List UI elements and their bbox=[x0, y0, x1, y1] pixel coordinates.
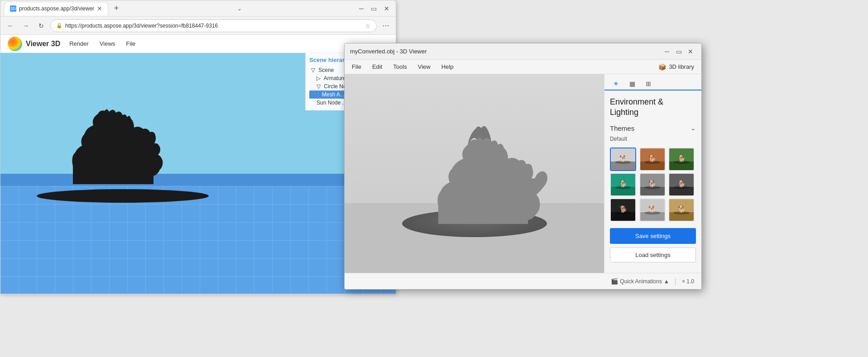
theme-card-9[interactable]: 🐕 bbox=[668, 198, 695, 222]
panel-section-title: Environment &Lighting bbox=[604, 90, 701, 122]
3d-library-icon: 📦 bbox=[658, 63, 666, 71]
bookmark-icon: ☆ bbox=[365, 22, 371, 29]
themes-collapse-icon: ⌄ bbox=[691, 124, 696, 132]
tab-table[interactable]: ▦ bbox=[625, 78, 639, 90]
browser-window: 3D products.aspose.app/3d/viewer ✕ + ⌄ ─… bbox=[0, 0, 396, 294]
theme-preview-9: 🐕 bbox=[669, 199, 694, 221]
app-logo bbox=[8, 37, 22, 51]
theme-preview-2: 🐕 bbox=[640, 148, 665, 170]
menu-views[interactable]: Views bbox=[98, 38, 117, 49]
scale-control[interactable]: × 1.0 bbox=[682, 278, 694, 285]
3d-library-label: 3D library bbox=[669, 63, 694, 70]
tab-close-button[interactable]: ✕ bbox=[97, 5, 102, 12]
tab-dropdown-button[interactable]: ⌄ bbox=[234, 4, 245, 14]
theme-preview-5: 🐕 bbox=[640, 174, 665, 195]
theme-mini-dog-7: 🐕 bbox=[619, 205, 627, 213]
theme-card-8[interactable]: 🐕 bbox=[639, 198, 666, 222]
url-text: https://products.aspose.app/3d/viewer?se… bbox=[65, 23, 362, 29]
app-menu: Render Views File bbox=[67, 38, 137, 49]
forward-button[interactable]: → bbox=[19, 19, 32, 32]
scale-value: × 1.0 bbox=[682, 278, 694, 285]
load-settings-button[interactable]: Load settings bbox=[610, 248, 696, 262]
tab-label: products.aspose.app/3d/viewer bbox=[19, 5, 94, 12]
themes-grid: 🐕 🐕 🐕 bbox=[604, 146, 701, 225]
save-settings-button[interactable]: Save settings bbox=[610, 228, 696, 244]
app-titlebar: Viewer 3D Render Views File bbox=[0, 35, 396, 53]
theme-preview-1: 🐕 bbox=[611, 148, 635, 170]
themes-default-label: Default bbox=[604, 135, 701, 146]
theme-card-2[interactable]: 🐕 bbox=[639, 148, 666, 171]
tab-grid[interactable]: ⊞ bbox=[642, 78, 655, 90]
3d-viewer-app-window: myConverted.obj - 3D Viewer ─ ▭ ✕ File E… bbox=[344, 43, 702, 290]
tab-lighting[interactable]: ☀ bbox=[609, 78, 623, 90]
panel-tabs: ☀ ▦ ⊞ bbox=[604, 74, 701, 90]
app-minimize-button[interactable]: ─ bbox=[662, 46, 672, 57]
menu-file[interactable]: File bbox=[124, 38, 137, 49]
theme-card-5[interactable]: 🐕 bbox=[639, 173, 666, 196]
3d-library-button[interactable]: 📦 3D library bbox=[655, 62, 698, 72]
theme-card-6[interactable]: 🐕 bbox=[668, 173, 695, 196]
theme-preview-8: 🐕 bbox=[640, 199, 665, 221]
back-button[interactable]: ← bbox=[4, 19, 17, 32]
security-icon: 🔒 bbox=[56, 23, 62, 29]
theme-mini-dog-6: 🐕 bbox=[678, 180, 686, 187]
theme-preview-3: 🐕 bbox=[669, 148, 694, 170]
3d-viewport bbox=[345, 74, 604, 273]
app-title: Viewer 3D bbox=[26, 40, 60, 48]
app-close-button[interactable]: ✕ bbox=[685, 46, 696, 57]
theme-card-4[interactable]: 🐕 bbox=[610, 173, 636, 196]
browser-menu-button[interactable]: ⋯ bbox=[379, 19, 392, 32]
viewer-3d-viewport: Left Scene hierarchy t ▽ Scene ▷ Armatur… bbox=[0, 53, 396, 294]
right-panel: ☀ ▦ ⊞ Environment &Lighting Themes ⌄ Def… bbox=[604, 74, 701, 273]
quick-animations-control[interactable]: 🎬 Quick Animations ▲ bbox=[611, 278, 669, 285]
browser-navbar: ← → ↻ 🔒 https://products.aspose.app/3d/v… bbox=[0, 17, 396, 35]
menu-help[interactable]: Help bbox=[438, 62, 457, 72]
theme-mini-dog-1: 🐕 bbox=[619, 155, 627, 162]
theme-card-3[interactable]: 🐕 bbox=[668, 148, 695, 171]
address-bar[interactable]: 🔒 https://products.aspose.app/3d/viewer?… bbox=[50, 19, 377, 32]
theme-mini-dog-2: 🐕 bbox=[648, 155, 656, 162]
menu-render[interactable]: Render bbox=[67, 38, 91, 49]
themes-label: Themes bbox=[610, 124, 634, 132]
app-window-content: ☀ ▦ ⊞ Environment &Lighting Themes ⌄ Def… bbox=[345, 74, 701, 273]
theme-card-7[interactable]: 🐕 bbox=[610, 198, 636, 222]
browser-tab[interactable]: 3D products.aspose.app/3d/viewer ✕ bbox=[4, 2, 108, 15]
animations-icon: 🎬 bbox=[611, 278, 618, 285]
tab-favicon: 3D bbox=[10, 5, 16, 12]
platform-silhouette bbox=[37, 189, 209, 203]
browser-minimize-button[interactable]: ─ bbox=[356, 3, 367, 14]
quick-animations-label: Quick Animations bbox=[620, 278, 662, 285]
browser-restore-button[interactable]: ▭ bbox=[369, 3, 379, 14]
menu-tools[interactable]: Tools bbox=[389, 62, 410, 72]
dog-model bbox=[398, 115, 551, 233]
theme-mini-dog-8: 🐕 bbox=[648, 205, 656, 213]
app-window-statusbar: 🎬 Quick Animations ▲ | × 1.0 bbox=[345, 273, 701, 289]
viewport-grid bbox=[0, 186, 396, 294]
theme-preview-4: 🐕 bbox=[611, 174, 635, 195]
app-window-titlebar: myConverted.obj - 3D Viewer ─ ▭ ✕ bbox=[345, 43, 701, 60]
menu-file[interactable]: File bbox=[348, 62, 365, 72]
themes-section-header[interactable]: Themes ⌄ bbox=[604, 122, 701, 135]
theme-preview-6: 🐕 bbox=[669, 174, 694, 195]
menu-edit[interactable]: Edit bbox=[369, 62, 386, 72]
browser-close-button[interactable]: ✕ bbox=[381, 3, 392, 14]
refresh-button[interactable]: ↻ bbox=[35, 19, 48, 32]
app-restore-button[interactable]: ▭ bbox=[673, 46, 684, 57]
theme-mini-dog-9: 🐕 bbox=[678, 205, 686, 213]
new-tab-button[interactable]: + bbox=[110, 2, 123, 15]
menu-view[interactable]: View bbox=[414, 62, 434, 72]
theme-preview-7: 🐕 bbox=[611, 199, 635, 221]
wolf-silhouette bbox=[46, 103, 204, 193]
browser-titlebar: 3D products.aspose.app/3d/viewer ✕ + ⌄ ─… bbox=[0, 0, 396, 17]
theme-mini-dog-4: 🐕 bbox=[619, 180, 627, 187]
statusbar-separator: | bbox=[675, 277, 676, 286]
app-menu-bar: File Edit Tools View Help 📦 3D library bbox=[345, 60, 701, 74]
animations-expand-icon: ▲ bbox=[664, 278, 669, 285]
theme-card-1[interactable]: 🐕 bbox=[610, 148, 636, 171]
theme-mini-dog-3: 🐕 bbox=[678, 155, 686, 162]
theme-mini-dog-5: 🐕 bbox=[648, 180, 656, 187]
window-controls: ─ ▭ ✕ bbox=[662, 46, 696, 57]
app-window-title: myConverted.obj - 3D Viewer bbox=[350, 48, 658, 55]
